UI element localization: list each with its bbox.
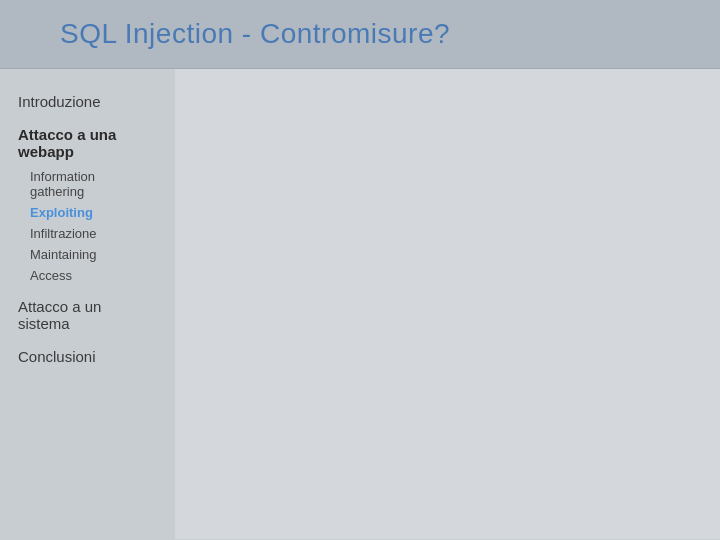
- nav-section-conclusioni: Conclusioni: [18, 344, 165, 369]
- sidebar: Introduzione Attacco a unawebapp Informa…: [0, 69, 175, 539]
- nav-section-attacco-webapp: Attacco a unawebapp Informationgathering…: [18, 122, 165, 286]
- page-wrapper: SQL Injection - Contromisure? Introduzio…: [0, 0, 720, 540]
- sidebar-item-attacco-sistema[interactable]: Attacco a unsistema: [18, 294, 165, 336]
- main-content: [175, 69, 720, 539]
- sidebar-item-conclusioni[interactable]: Conclusioni: [18, 344, 165, 369]
- header: SQL Injection - Contromisure?: [0, 0, 720, 69]
- nav-section-attacco-sistema: Attacco a unsistema: [18, 294, 165, 336]
- sidebar-item-attacco-webapp[interactable]: Attacco a unawebapp: [18, 122, 165, 164]
- content-area: Introduzione Attacco a unawebapp Informa…: [0, 69, 720, 539]
- sidebar-item-infiltrazione[interactable]: Infiltrazione: [30, 223, 165, 244]
- sidebar-item-maintaining[interactable]: Maintaining: [30, 244, 165, 265]
- nav-subgroup-webapp: Informationgathering Exploiting Infiltra…: [18, 166, 165, 286]
- sidebar-item-exploiting[interactable]: Exploiting: [30, 202, 165, 223]
- page-title: SQL Injection - Contromisure?: [60, 18, 690, 50]
- sidebar-item-access[interactable]: Access: [30, 265, 165, 286]
- sidebar-item-information-gathering[interactable]: Informationgathering: [30, 166, 165, 202]
- nav-section-introduzione: Introduzione: [18, 89, 165, 114]
- sidebar-item-introduzione[interactable]: Introduzione: [18, 89, 165, 114]
